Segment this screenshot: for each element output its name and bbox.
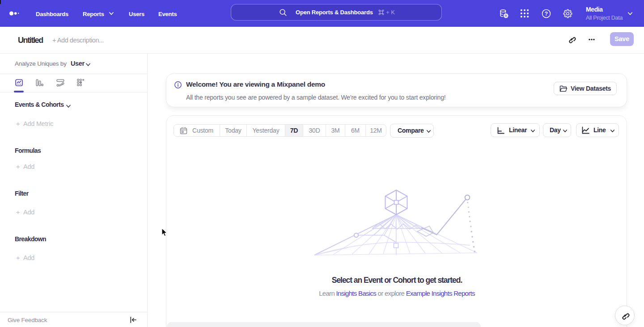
svg-text:?: ? [545, 11, 548, 17]
